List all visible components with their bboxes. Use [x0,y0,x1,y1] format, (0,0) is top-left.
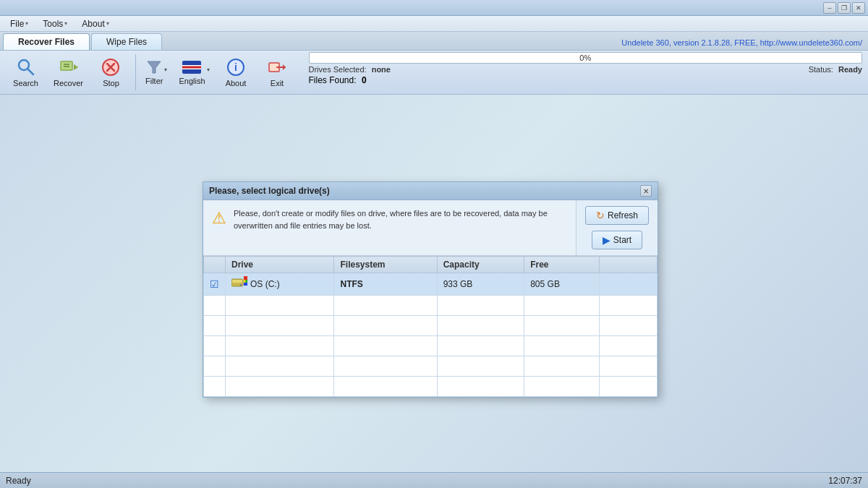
about-button[interactable]: i About [216,53,256,91]
drive-extra [600,273,658,296]
drive-filesystem-value: NTFS [340,279,362,289]
recover-label: Recover [54,79,83,87]
col-check [204,257,226,273]
drive-filesystem: NTFS [334,273,437,296]
svg-rect-2 [61,61,72,70]
exit-icon [267,57,287,77]
separator-1 [135,54,136,90]
dialog-title: Please, select logical drive(s) [209,186,330,196]
menu-about-label: About [82,19,104,29]
stop-button[interactable]: Stop [91,53,131,91]
about-icon: i [226,57,246,77]
col-capacity: Capacity [437,257,524,273]
menu-file[interactable]: File ▾ [3,17,35,30]
menu-about[interactable]: About ▾ [75,17,116,30]
statusbar-time: 12:07:37 [828,476,862,486]
language-button[interactable]: English ▾ [174,56,214,89]
filter-icon [146,59,162,75]
close-button[interactable]: ✕ [852,2,865,14]
title-bar: – ❐ ✕ [0,0,868,16]
search-label: Search [13,79,38,87]
drive-table: Drive Filesystem Capacity Free ☑ [203,256,658,397]
tab-wipe-files[interactable]: Wipe Files [91,33,162,50]
exit-button[interactable]: Exit [258,53,297,91]
dialog-title-bar: Please, select logical drive(s) ✕ [203,182,658,200]
search-button[interactable]: Search [6,53,46,91]
menu-tools[interactable]: Tools ▾ [35,17,75,30]
status-value: Ready [838,65,862,74]
filter-button[interactable]: Filter ▾ [140,56,172,89]
svg-point-20 [240,284,242,286]
svg-marker-9 [148,61,161,73]
promo-link[interactable]: Undelete 360, version 2.1.8.28, FREE, ht… [621,38,862,47]
table-row-empty-5 [204,377,658,397]
drives-label: Drives Selected: [309,65,367,74]
svg-text:i: i [234,61,237,73]
start-icon: ▶ [603,234,610,246]
progress-label: 0% [310,53,862,63]
tab-recover-files-label: Recover Files [18,37,75,47]
toolbar: Search Recover St [0,51,303,94]
recover-button[interactable]: Recover [47,53,90,91]
start-button[interactable]: ▶ Start [592,231,642,249]
svg-rect-19 [232,280,242,283]
refresh-icon: ↻ [596,210,605,221]
restore-button[interactable]: ❐ [838,2,851,14]
drive-icon [231,276,247,292]
col-free: Free [524,257,600,273]
refresh-button[interactable]: ↻ Refresh [585,206,649,225]
drives-info: Drives Selected: none [309,65,391,74]
svg-marker-17 [283,64,286,70]
stop-icon [101,57,121,77]
files-info: Files Found: 0 [309,75,863,85]
table-row-empty-1 [204,296,658,316]
table-row-empty-3 [204,336,658,356]
filter-label: Filter [145,77,163,85]
tab-recover-files[interactable]: Recover Files [3,33,90,50]
recover-icon [58,57,78,77]
status-ready: Status: Ready [809,65,862,74]
drive-free-value: 805 GB [530,279,560,289]
drives-selected: none [372,65,391,74]
table-row-empty-4 [204,356,658,377]
drive-name-cell: OS (C:) [226,273,334,296]
svg-rect-23 [244,283,247,286]
refresh-label: Refresh [608,210,638,221]
main-content: Please, select logical drive(s) ✕ ⚠ Plea… [0,95,868,471]
status-info: Drives Selected: none Status: Ready [309,65,863,74]
svg-line-1 [28,69,33,74]
warning-icon: ⚠ [212,209,226,228]
col-filesystem: Filesystem [334,257,437,273]
col-extra [600,257,658,273]
title-controls[interactable]: – ❐ ✕ [823,2,865,14]
tab-bar: Recover Files Wipe Files Undelete 360, v… [0,32,868,51]
svg-marker-3 [74,64,78,70]
warning-text: Please, don't create or modify files on … [234,207,567,231]
status-label: Status: [809,65,833,74]
drive-checkbox[interactable]: ☑ [210,278,219,290]
files-found: 0 [362,75,367,85]
status-area: 0% Drives Selected: none Status: Ready F… [303,51,869,94]
start-label: Start [613,235,631,245]
svg-rect-21 [244,276,247,280]
drive-select-dialog: Please, select logical drive(s) ✕ ⚠ Plea… [203,181,658,398]
language-icon [182,59,202,75]
table-row[interactable]: ☑ [204,273,658,296]
drive-checkbox-cell[interactable]: ☑ [204,273,226,296]
status-bar: Ready 12:07:37 [0,472,868,488]
drive-capacity: 933 GB [437,273,524,296]
statusbar-status: Ready [6,476,31,486]
menu-file-label: File [10,19,24,29]
tab-wipe-files-label: Wipe Files [106,37,147,47]
menu-file-arrow: ▾ [25,20,28,27]
menu-tools-label: Tools [43,19,63,29]
drive-name: OS (C:) [250,279,280,289]
menu-bar: File ▾ Tools ▾ About ▾ [0,16,868,32]
svg-rect-12 [182,67,201,69]
dialog-warning: ⚠ Please, don't create or modify files o… [203,200,576,256]
table-row-empty-2 [204,316,658,336]
dialog-close-button[interactable]: ✕ [640,185,652,197]
menu-tools-arrow: ▾ [64,20,67,27]
filter-arrow: ▾ [164,67,167,73]
minimize-button[interactable]: – [823,2,836,14]
